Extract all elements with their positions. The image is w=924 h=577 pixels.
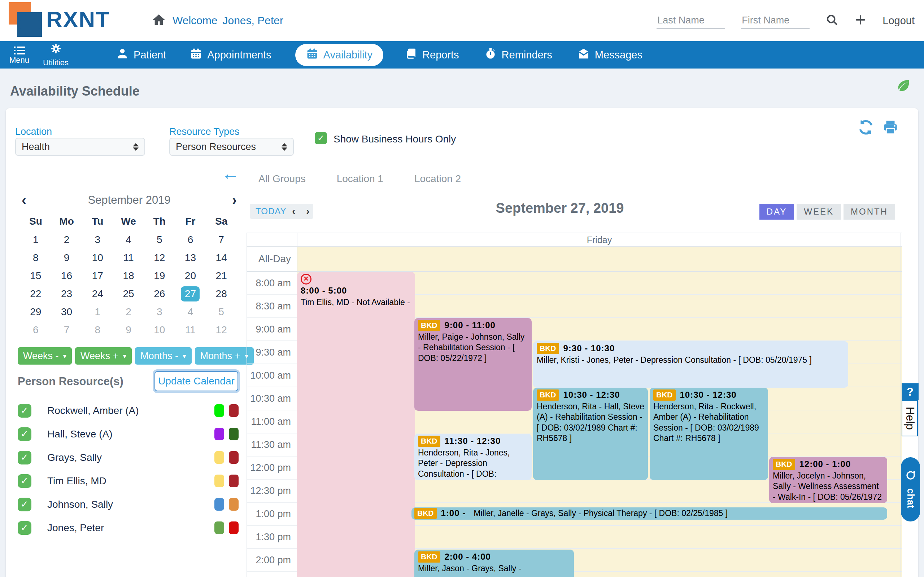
nav-item-reports[interactable]: Reports [405, 48, 459, 62]
mini-calendar-day[interactable]: 11 [113, 249, 144, 267]
help-tab[interactable]: Help [901, 400, 918, 436]
mini-calendar-day[interactable]: 14 [206, 249, 237, 267]
calendar-event[interactable]: BKD12:00 - 1:00Miller, Jocelyn - Johnson… [769, 457, 887, 503]
resource-checkbox[interactable]: ✓ [18, 451, 31, 464]
next-day-icon[interactable]: › [306, 206, 309, 217]
update-calendar-button[interactable]: Update Calendar [155, 371, 238, 391]
mini-calendar-day[interactable]: 2 [113, 303, 144, 321]
print-icon[interactable] [882, 119, 899, 137]
collapse-sidebar-arrow-icon[interactable]: ← [221, 163, 240, 184]
mini-calendar-day[interactable]: 10 [82, 249, 113, 267]
months-plus-button[interactable]: Months +▾ [195, 347, 254, 364]
tab-all-groups[interactable]: All Groups [258, 173, 306, 185]
add-icon[interactable] [855, 14, 867, 27]
mini-calendar-day[interactable]: 3 [144, 303, 175, 321]
next-month-icon[interactable]: › [232, 193, 237, 207]
mini-calendar-day[interactable]: 1 [20, 231, 51, 249]
nav-item-appointments[interactable]: Appointments [190, 48, 271, 62]
tab-location-1[interactable]: Location 1 [337, 173, 383, 185]
months-minus-button[interactable]: Months -▾ [135, 347, 192, 364]
nav-item-reminders[interactable]: Reminders [485, 48, 552, 62]
mini-calendar-day[interactable]: 18 [113, 267, 144, 285]
prev-month-icon[interactable]: ‹ [22, 193, 26, 207]
mini-calendar-day[interactable]: 7 [51, 321, 82, 339]
mini-calendar-day[interactable]: 24 [82, 285, 113, 303]
mini-calendar-day[interactable]: 11 [175, 321, 206, 339]
mini-calendar-day[interactable]: 29 [20, 303, 51, 321]
rxnt-logo-icon[interactable] [6, 2, 43, 38]
mini-calendar-day[interactable]: 4 [175, 303, 206, 321]
weeks-minus-button[interactable]: Weeks -▾ [18, 347, 72, 364]
refresh-icon[interactable] [858, 119, 874, 137]
resource-checkbox[interactable]: ✓ [18, 404, 31, 417]
mini-calendar-day[interactable]: 25 [113, 285, 144, 303]
view-day-button[interactable]: DAY [759, 204, 795, 220]
mini-calendar-day[interactable]: 20 [175, 267, 206, 285]
mini-calendar-day[interactable]: 15 [20, 267, 51, 285]
mini-calendar-day[interactable]: 17 [82, 267, 113, 285]
resource-checkbox[interactable]: ✓ [18, 498, 31, 511]
mini-calendar-day[interactable]: 6 [20, 321, 51, 339]
mini-calendar-day[interactable]: 10 [144, 321, 175, 339]
chat-widget[interactable]: chat [901, 457, 920, 521]
resource-checkbox[interactable]: ✓ [18, 427, 31, 441]
mini-calendar-day[interactable]: 12 [144, 249, 175, 267]
view-month-button[interactable]: MONTH [843, 204, 895, 220]
tab-location-2[interactable]: Location 2 [414, 173, 461, 185]
mini-calendar-day[interactable]: 1 [82, 303, 113, 321]
mini-calendar-day[interactable]: 21 [206, 267, 237, 285]
calendar-event[interactable]: ✕8:00 - 5:00Tim Ellis, MD - Not Availabl… [297, 272, 415, 577]
mini-calendar-day[interactable]: 27 [175, 285, 206, 303]
resource-checkbox[interactable]: ✓ [18, 521, 31, 535]
calendar-event[interactable]: BKD10:30 - 12:30Henderson, Rita - Rockwe… [650, 388, 768, 480]
nav-item-availability[interactable]: Availability [295, 44, 383, 66]
search-icon[interactable] [825, 13, 838, 28]
mini-calendar-day[interactable]: 7 [206, 231, 237, 249]
mini-calendar-day[interactable]: 9 [113, 321, 144, 339]
mini-calendar-day[interactable]: 23 [51, 285, 82, 303]
nav-item-menu[interactable]: Menu [10, 45, 29, 65]
resource-checkbox[interactable]: ✓ [18, 474, 31, 488]
prev-day-icon[interactable]: ‹ [292, 206, 295, 217]
mini-calendar-day[interactable]: 3 [82, 231, 113, 249]
mini-calendar-day[interactable]: 9 [51, 249, 82, 267]
business-hours-checkbox[interactable]: ✓ [315, 132, 327, 144]
mini-calendar-day[interactable]: 12 [206, 321, 237, 339]
mini-calendar-day[interactable]: 13 [175, 249, 206, 267]
calendar-event[interactable]: BKD9:30 - 10:30Miller, Kristi - Jones, P… [533, 341, 848, 388]
mini-calendar-day[interactable]: 8 [82, 321, 113, 339]
mini-calendar-day[interactable]: 30 [51, 303, 82, 321]
person-icon [116, 48, 129, 62]
calendar-event[interactable]: BKD11:30 - 12:30Henderson, Rita - Jones,… [414, 434, 531, 480]
all-day-cell[interactable] [297, 247, 902, 272]
calendar-event[interactable]: BKD9:00 - 11:00Miller, Paige - Johnson, … [414, 318, 531, 411]
mini-calendar-day[interactable]: 28 [206, 285, 237, 303]
calendar-event[interactable]: BKD2:00 - 4:00Miller, Jason - Grays, Sal… [414, 550, 574, 577]
mini-calendar-day[interactable]: 2 [51, 231, 82, 249]
nav-item-utilities[interactable]: Utilities [43, 43, 69, 68]
weeks-plus-button[interactable]: Weeks +▾ [75, 347, 132, 364]
last-name-input[interactable] [657, 13, 725, 29]
mini-calendar-day[interactable]: 16 [51, 267, 82, 285]
view-week-button[interactable]: WEEK [796, 204, 841, 220]
nav-item-messages[interactable]: Messages [577, 48, 643, 62]
mini-calendar-day[interactable]: 4 [113, 231, 144, 249]
mini-calendar-day[interactable]: 22 [20, 285, 51, 303]
help-question-icon[interactable]: ? [901, 384, 919, 400]
mini-calendar-day[interactable]: 26 [144, 285, 175, 303]
resource-types-select[interactable]: Person Resources [169, 138, 294, 156]
first-name-input[interactable] [741, 13, 809, 29]
calendar-event[interactable]: BKD10:30 - 12:30Henderson, Rita - Hall, … [533, 388, 648, 480]
mini-calendar-day[interactable]: 6 [175, 231, 206, 249]
location-select[interactable]: Health [15, 138, 145, 156]
mini-calendar-day[interactable]: 19 [144, 267, 175, 285]
mini-calendar-day[interactable]: 5 [206, 303, 237, 321]
current-user-link[interactable]: Jones, Peter [222, 15, 283, 27]
today-button[interactable]: TODAY [250, 204, 292, 219]
mini-calendar-day[interactable]: 8 [20, 249, 51, 267]
calendar-event[interactable]: BKD1:00 -Miller, Janelle - Grays, Sally … [412, 508, 887, 520]
mini-calendar-day[interactable]: 5 [144, 231, 175, 249]
logout-button[interactable]: Logout [882, 15, 914, 27]
nav-item-patient[interactable]: Patient [116, 48, 166, 62]
home-icon[interactable] [152, 13, 166, 29]
